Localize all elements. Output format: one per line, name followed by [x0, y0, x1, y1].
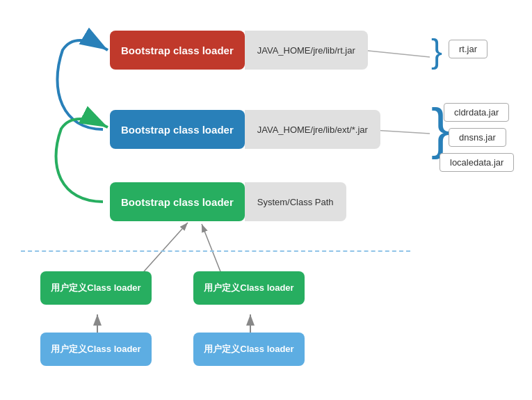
bootstrap-loader-blue: Bootstrap class loader [110, 110, 245, 149]
user-loader-blue-2: 用户定义Class loader [193, 333, 305, 366]
bootstrap-loader-green: Bootstrap class loader [110, 182, 245, 221]
dashed-divider [21, 250, 410, 252]
svg-line-9 [139, 223, 188, 277]
class-loader-diagram: } } Bootstrap class loader JAVA_HOME/jre… [0, 0, 532, 400]
cldrdata-jar-box: cldrdata.jar [444, 103, 509, 122]
rt-jar-box: rt.jar [449, 40, 487, 58]
bootstrap-loader-red-row: Bootstrap class loader JAVA_HOME/jre/lib… [110, 31, 368, 70]
bootstrap-green-path: System/Class Path [245, 182, 346, 221]
svg-text:}: } [431, 33, 442, 70]
user-loader-green-1: 用户定义Class loader [40, 271, 152, 305]
user-loader-blue-1: 用户定义Class loader [40, 333, 152, 366]
bootstrap-loader-blue-row: Bootstrap class loader JAVA_HOME/jre/lib… [110, 110, 380, 149]
dnsns-jar-box: dnsns.jar [449, 128, 506, 147]
bootstrap-red-path: JAVA_HOME/jre/lib/rt.jar [245, 31, 368, 70]
bootstrap-blue-path: JAVA_HOME/jre/lib/ext/*.jar [245, 110, 380, 149]
svg-line-5 [362, 50, 430, 57]
bootstrap-loader-red: Bootstrap class loader [110, 31, 245, 70]
bootstrap-loader-green-row: Bootstrap class loader System/Class Path [110, 182, 346, 221]
localedata-jar-box: localedata.jar [440, 153, 514, 172]
user-loader-green-2: 用户定义Class loader [193, 271, 305, 305]
